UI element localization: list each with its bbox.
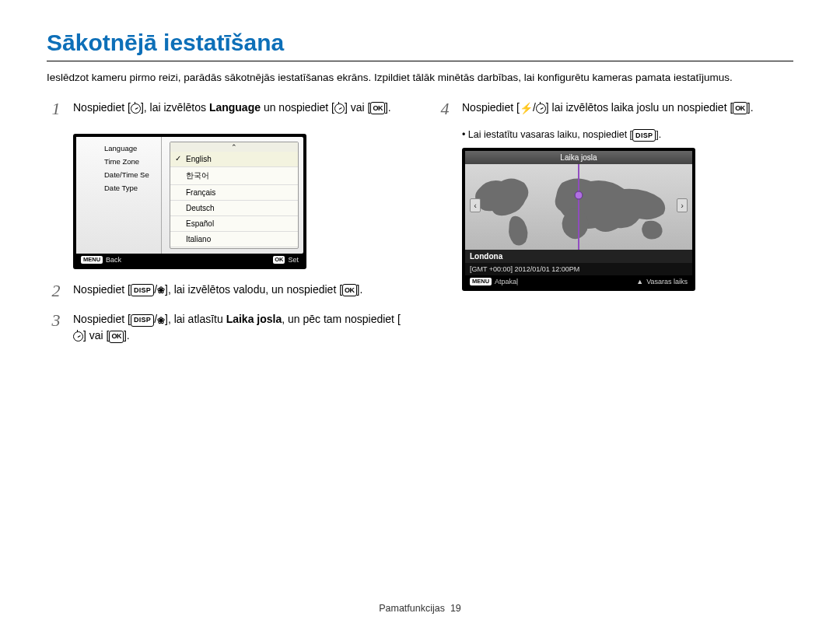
menu-item-language: Language [104,142,161,155]
step-number: 2 [47,282,65,300]
gmt-label: [GMT +00:00] 2012/01/01 12:00PM [470,265,579,273]
back-label: Atpakaļ [495,278,518,285]
step-number: 4 [436,100,454,118]
menu-label: MENU [470,278,492,285]
svg-point-1 [575,191,583,199]
timer-icon [334,103,345,114]
page-footer: Pamatfunkcijas 19 [0,603,840,614]
disp-icon: DISP [131,314,154,327]
ok-icon: OK [733,102,747,114]
language-option-english: English [170,152,298,167]
macro-icon: ❀ [157,285,165,295]
next-timezone-button: › [677,198,688,212]
flash-icon: ⚡ [520,103,533,114]
step-number: 3 [47,311,65,344]
ok-icon: OK [109,331,124,343]
step-1: 1 Nospiediet [], lai izvēlētos Language … [47,100,404,118]
language-option-italian: Italiano [170,232,298,247]
page-title: Sākotnējā iestatīšana [47,30,793,56]
language-list: ⌃ English 한국어 Français Deutsch Español I… [170,142,299,249]
timezone-info-bar: Londona [465,250,692,263]
language-option-korean: 한국어 [170,167,298,185]
timer-icon [536,103,546,114]
timer-icon [73,331,83,342]
set-label: Set [288,256,299,264]
step-text: Nospiediet [⚡/] lai izvēlētos laika josl… [462,100,754,118]
step-text: Nospiediet [DISP/❀], lai izvēlētos valod… [73,282,362,300]
timezone-gmt-bar: [GMT +00:00] 2012/01/01 12:00PM [465,263,692,275]
language-option-german: Deutsch [170,201,298,216]
step-4: 4 Nospiediet [⚡/] lai izvēlētos laika jo… [436,100,793,118]
step-text: Nospiediet [DISP/❀], lai atlasītu Laika … [73,311,404,344]
disp-icon: DISP [632,129,656,142]
city-label: Londona [470,252,502,261]
menu-item-timezone: Time Zone [104,155,161,168]
scroll-up-indicator: ⌃ [170,142,298,152]
timezone-title: Laika josla [465,151,692,164]
right-column: 4 Nospiediet [⚡/] lai izvēlētos laika jo… [436,100,793,355]
language-screen-mock: ✿ Language Time Zone Date/Time Se Date T… [73,134,306,269]
menu-item-datetype: Date Type [104,181,161,194]
language-option-french: Français [170,185,298,201]
world-map: ‹ › [465,164,692,250]
language-option-spanish: Español [170,216,298,232]
divider [47,61,793,61]
menu-item-datetime: Date/Time Se [104,168,161,181]
macro-icon: ❀ [157,316,165,325]
up-arrow-icon: ▲ [636,278,643,285]
step-3: 3 Nospiediet [DISP/❀], lai atlasītu Laik… [47,311,404,344]
content-columns: 1 Nospiediet [], lai izvēlētos Language … [47,100,793,355]
device2-footer: MENU Atpakaļ ▲ Vasaras laiks [465,275,692,288]
prev-timezone-button: ‹ [470,198,481,212]
step-text: Nospiediet [], lai izvēlētos Language un… [73,100,391,118]
intro-text: Ieslēdzot kameru pirmo reizi, parādās sā… [47,71,793,86]
disp-icon: DISP [131,284,154,296]
ok-label: OK [273,256,285,264]
timezone-screen-mock: Laika josla ‹ › [462,148,695,291]
step-number: 1 [47,100,65,118]
step-2: 2 Nospiediet [DISP/❀], lai izvēlētos val… [47,282,404,300]
dst-label: Vasaras laiks [646,278,688,285]
dst-hint: • Lai iestatītu vasaras laiku, nospiedie… [462,129,793,142]
device-footer: MENU Back OK Set [76,254,303,266]
left-column: 1 Nospiediet [], lai izvēlētos Language … [47,100,404,355]
timer-icon [131,103,141,114]
back-label: Back [106,256,121,264]
ok-icon: OK [370,102,385,114]
settings-menu: Language Time Zone Date/Time Se Date Typ… [76,137,162,254]
ok-icon: OK [342,284,357,296]
menu-label: MENU [81,256,103,264]
